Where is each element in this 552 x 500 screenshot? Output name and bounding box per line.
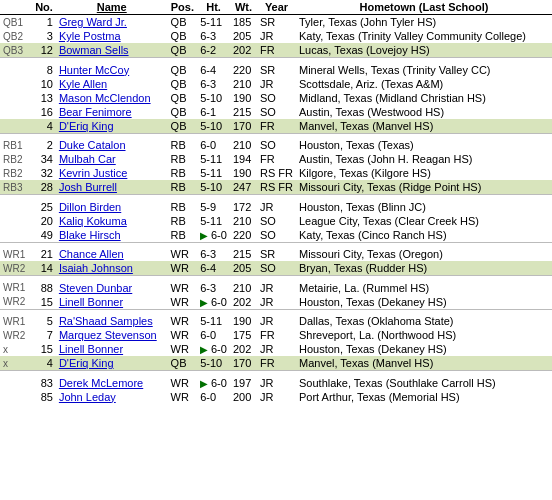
row-group: WR1 (0, 247, 30, 261)
player-name[interactable]: D'Eriq King (56, 119, 168, 134)
table-row: WR214Isaiah JohnsonWR6-4205SOBryan, Texa… (0, 261, 552, 276)
row-hometown: Manvel, Texas (Manvel HS) (296, 119, 552, 134)
table-row: WR215Linell BonnerWR▶ 6-0202JRHouston, T… (0, 295, 552, 310)
row-hometown: Tyler, Texas (John Tyler HS) (296, 15, 552, 30)
table-row: 4D'Eriq KingQB5-10170FRManvel, Texas (Ma… (0, 119, 552, 134)
row-hometown: Bryan, Texas (Rudder HS) (296, 261, 552, 276)
row-ht: 5-10 (197, 91, 230, 105)
row-year: JR (257, 77, 296, 91)
row-number: 49 (30, 228, 56, 243)
row-hometown: Shreveport, La. (Northwood HS) (296, 328, 552, 342)
player-name[interactable]: Josh Burrell (56, 180, 168, 195)
row-pos: QB (168, 105, 198, 119)
player-name[interactable]: Linell Bonner (56, 342, 168, 356)
row-hometown: Houston, Texas (Dekaney HS) (296, 295, 552, 310)
row-ht: 5-11 (197, 214, 230, 228)
row-ht: 6-3 (197, 29, 230, 43)
row-group: RB1 (0, 138, 30, 152)
row-pos: QB (168, 119, 198, 134)
row-number: 85 (30, 390, 56, 404)
row-number: 1 (30, 15, 56, 30)
player-name[interactable]: Linell Bonner (56, 295, 168, 310)
row-pos: RB (168, 228, 198, 243)
player-name[interactable]: Marquez Stevenson (56, 328, 168, 342)
player-name[interactable]: Hunter McCoy (56, 63, 168, 77)
arrow-icon: ▶ (200, 297, 211, 308)
row-group: WR2 (0, 328, 30, 342)
player-name[interactable]: Mason McClendon (56, 91, 168, 105)
row-number: 83 (30, 376, 56, 390)
row-wt: 210 (230, 138, 257, 152)
header-row: No. Name Pos. Ht. Wt. Year Hometown (Las… (0, 0, 552, 15)
row-pos: QB (168, 29, 198, 43)
row-group (0, 63, 30, 77)
row-hometown: Houston, Texas (Blinn JC) (296, 200, 552, 214)
row-wt: 200 (230, 390, 257, 404)
row-pos: QB (168, 91, 198, 105)
row-hometown: Mineral Wells, Texas (Trinity Valley CC) (296, 63, 552, 77)
row-hometown: Dallas, Texas (Oklahoma State) (296, 314, 552, 328)
player-name[interactable]: Bear Fenimore (56, 105, 168, 119)
player-name[interactable]: Ra'Shaad Samples (56, 314, 168, 328)
row-pos: WR (168, 295, 198, 310)
row-pos: WR (168, 261, 198, 276)
row-group (0, 228, 30, 243)
player-name[interactable]: Kyle Postma (56, 29, 168, 43)
row-group: WR2 (0, 261, 30, 276)
player-name[interactable]: Mulbah Car (56, 152, 168, 166)
table-row: 83Derek McLemoreWR▶ 6-0197JRSouthlake, T… (0, 376, 552, 390)
row-number: 12 (30, 43, 56, 58)
row-hometown: Midland, Texas (Midland Christian HS) (296, 91, 552, 105)
player-name[interactable]: Kevrin Justice (56, 166, 168, 180)
row-pos: QB (168, 15, 198, 30)
row-hometown: Houston, Texas (Texas) (296, 138, 552, 152)
row-pos: RB (168, 138, 198, 152)
player-name[interactable]: John Leday (56, 390, 168, 404)
row-year: SO (257, 214, 296, 228)
roster-table: No. Name Pos. Ht. Wt. Year Hometown (Las… (0, 0, 552, 404)
row-group: WR1 (0, 281, 30, 295)
row-pos: WR (168, 281, 198, 295)
row-hometown: Austin, Texas (John H. Reagan HS) (296, 152, 552, 166)
player-name[interactable]: Blake Hirsch (56, 228, 168, 243)
row-number: 5 (30, 314, 56, 328)
player-name[interactable]: Duke Catalon (56, 138, 168, 152)
player-name[interactable]: Isaiah Johnson (56, 261, 168, 276)
player-name[interactable]: Greg Ward Jr. (56, 15, 168, 30)
table-row: RB12Duke CatalonRB6-0210SOHouston, Texas… (0, 138, 552, 152)
player-name[interactable]: Kyle Allen (56, 77, 168, 91)
table-row: 20Kaliq KokumaRB5-11210SOLeague City, Te… (0, 214, 552, 228)
row-year: JR (257, 342, 296, 356)
row-number: 28 (30, 180, 56, 195)
row-wt: 202 (230, 342, 257, 356)
arrow-icon: ▶ (200, 378, 211, 389)
row-group (0, 376, 30, 390)
row-ht: 5-11 (197, 152, 230, 166)
row-ht: ▶ 6-0 (197, 342, 230, 356)
row-number: 32 (30, 166, 56, 180)
row-year: JR (257, 281, 296, 295)
player-name[interactable]: Derek McLemore (56, 376, 168, 390)
row-hometown: Houston, Texas (Dekaney HS) (296, 342, 552, 356)
player-name[interactable]: D'Eriq King (56, 356, 168, 371)
row-number: 13 (30, 91, 56, 105)
player-name[interactable]: Kaliq Kokuma (56, 214, 168, 228)
row-ht: 6-4 (197, 261, 230, 276)
player-name[interactable]: Dillon Birden (56, 200, 168, 214)
row-year: SO (257, 105, 296, 119)
row-pos: QB (168, 43, 198, 58)
table-row: WR15Ra'Shaad SamplesWR5-11190JRDallas, T… (0, 314, 552, 328)
player-name[interactable]: Bowman Sells (56, 43, 168, 58)
row-number: 8 (30, 63, 56, 77)
row-group: QB3 (0, 43, 30, 58)
row-pos: WR (168, 247, 198, 261)
row-hometown: Katy, Texas (Cinco Ranch HS) (296, 228, 552, 243)
row-number: 4 (30, 119, 56, 134)
row-ht: ▶ 6-0 (197, 376, 230, 390)
player-name[interactable]: Steven Dunbar (56, 281, 168, 295)
row-hometown: League City, Texas (Clear Creek HS) (296, 214, 552, 228)
row-number: 20 (30, 214, 56, 228)
player-name[interactable]: Chance Allen (56, 247, 168, 261)
row-year: JR (257, 29, 296, 43)
row-hometown: Lucas, Texas (Lovejoy HS) (296, 43, 552, 58)
